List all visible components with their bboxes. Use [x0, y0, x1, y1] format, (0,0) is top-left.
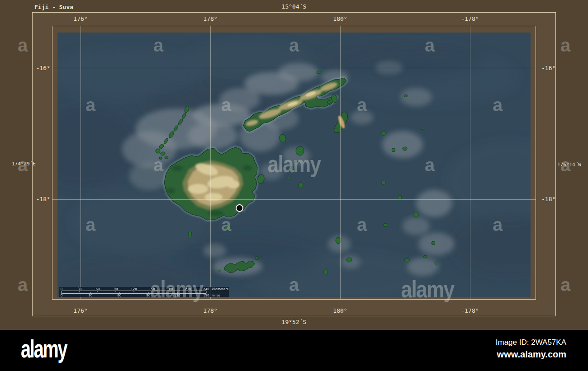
alamy-logo: alamy — [21, 334, 66, 363]
svg-text:120: 120 — [174, 294, 180, 297]
inner-map-frame — [52, 26, 536, 300]
meridian-label-top: 176° — [60, 15, 101, 22]
svg-text:90: 90 — [147, 294, 151, 297]
scale-km-unit: kilometers — [212, 287, 228, 291]
stock-map-image: 0 30 60 90 120 150 180 210 240 0 30 60 9… — [0, 0, 588, 371]
parallel-label-left: -16° — [19, 65, 50, 71]
scale-bar: 0 30 60 90 120 150 180 210 240 0 30 60 9… — [59, 287, 229, 297]
svg-text:30: 30 — [89, 294, 93, 297]
svg-text:150: 150 — [203, 294, 209, 297]
meridian-label-bottom: 178° — [190, 307, 231, 314]
svg-text:60: 60 — [118, 294, 122, 297]
parallel-label-right: -16° — [541, 65, 555, 71]
website-text: www.alamy.com — [496, 349, 566, 360]
svg-text:0: 0 — [61, 287, 62, 291]
frame-coordinate-right: 176°14´W — [557, 162, 581, 168]
svg-text:30: 30 — [78, 287, 82, 291]
frame-coordinate-left: 174°29´E — [12, 161, 36, 167]
svg-text:120: 120 — [131, 287, 137, 291]
svg-text:0: 0 — [61, 294, 62, 297]
svg-text:90: 90 — [114, 287, 118, 291]
image-id-text: Image ID: 2WA57KA — [496, 338, 566, 347]
frame-coordinate-bottom: 19°52´S — [274, 319, 314, 325]
meridian-label-top: 178° — [190, 15, 231, 22]
svg-text:240: 240 — [203, 287, 209, 291]
footer-info: Image ID: 2WA57KA www.alamy.com — [496, 338, 566, 360]
frame-coordinate-top: 15°04´S — [274, 3, 314, 10]
svg-text:210: 210 — [185, 287, 191, 291]
parallel-label-left: -18° — [19, 196, 50, 202]
capital-city-dot — [236, 204, 243, 212]
scale-km-ticks — [62, 291, 206, 292]
svg-text:150: 150 — [149, 287, 155, 291]
scale-miles-ticks — [62, 292, 206, 294]
meridian-label-top: -178° — [450, 15, 490, 22]
svg-text:180: 180 — [167, 287, 173, 291]
map-title: Fiji - Suva — [34, 4, 73, 10]
meridian-label-bottom: 180° — [320, 307, 360, 314]
svg-text:60: 60 — [96, 287, 100, 291]
parallel-label-right: -18° — [541, 196, 555, 202]
meridian-label-bottom: 176° — [60, 307, 101, 314]
meridian-label-top: 180° — [320, 15, 360, 22]
scale-miles-unit: miles — [212, 294, 220, 297]
meridian-label-bottom: -178° — [450, 307, 490, 314]
